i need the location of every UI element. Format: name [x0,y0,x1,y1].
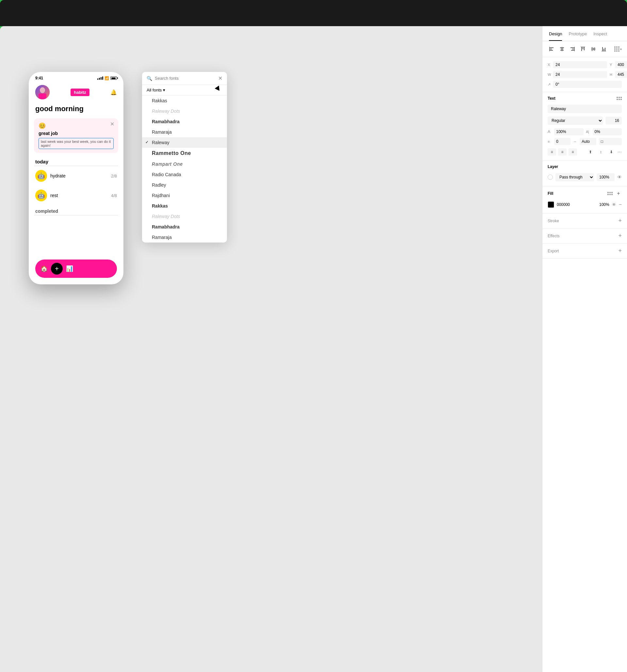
font-style-select[interactable]: Regular Bold Italic [548,116,603,125]
fill-color-swatch[interactable] [548,201,554,208]
nav-home-icon[interactable]: 🏠 [41,265,48,272]
h-label: H [610,73,613,76]
layer-visibility-icon[interactable]: 👁 [617,174,622,180]
svg-rect-5 [550,50,553,51]
x-input[interactable] [553,61,607,68]
habit-count-rest: 4/8 [111,193,117,198]
layer-section: Layer Pass through Normal Multiply Scree… [543,161,627,186]
font-item-ramaraja-1[interactable]: Ramaraja [142,127,227,137]
align-center-h-btn[interactable] [558,45,566,53]
text-align-row: ≡ ≡ ≡ ⬆ ↕ ⬇ ··· [543,146,627,158]
nav-chart-icon[interactable]: 📊 [66,265,73,272]
svg-rect-26 [602,51,606,51]
blend-mode-select[interactable]: Pass through Normal Multiply Screen Over… [555,173,594,182]
fill-remove-btn[interactable]: − [619,202,622,208]
text-scale-row: A 100% A| 0% [543,127,627,137]
text-valign-middle-btn[interactable]: ↕ [597,148,605,155]
tab-inspect[interactable]: Inspect [593,31,607,41]
export-add-btn[interactable]: + [618,247,622,254]
habit-name-rest: rest [50,193,111,198]
phone-top-nav: habitz 🔔 [29,82,123,102]
line-height-icon: ≡ [548,140,553,143]
phone-bottom-nav: 🏠 + 📊 [29,256,123,284]
svg-rect-13 [571,50,574,51]
font-picker-close-btn[interactable]: ✕ [218,75,222,81]
stroke-add-btn[interactable]: + [618,217,622,224]
truncate-field: ↔ Auto [573,138,596,145]
text-section-dots[interactable] [617,97,622,100]
font-item-rampart-one[interactable]: Rampart One [142,159,227,169]
font-item-raleway[interactable]: Raleway [142,137,227,148]
chevron-down-icon: ▾ [620,47,622,51]
avatar [35,85,50,99]
fill-dots-icon[interactable] [607,192,612,195]
effects-add-btn[interactable]: + [618,232,622,239]
font-item-rammetto-one[interactable]: Rammetto One [142,148,227,159]
font-size-input[interactable] [605,117,622,124]
h-input[interactable] [615,71,627,78]
svg-rect-6 [549,47,550,51]
font-item-rajdhani[interactable]: Rajdhani [142,190,227,201]
align-left-btn[interactable] [548,45,555,53]
svg-rect-16 [583,47,583,49]
font-item-ramaraja-2[interactable]: Ramaraja [142,232,227,242]
h-field: H [610,71,627,78]
fill-visibility-icon[interactable]: 👁 [612,202,616,207]
align-top-btn[interactable] [579,45,587,53]
truncate-icon: ↔ [573,140,578,143]
line-height-value: 0 [554,138,571,145]
font-search-input[interactable] [155,76,216,81]
habit-name-hydrate: hydrate [50,173,111,178]
notif-close-btn[interactable]: ✕ [110,121,114,127]
w-field: W [548,71,607,78]
right-panel: Design Prototype Inspect ▾ [542,26,627,672]
fill-section-header: Fill + [543,186,627,199]
all-fonts-filter-btn[interactable]: All fonts ▾ [147,88,165,93]
export-section: Export + [543,243,627,259]
nav-add-btn[interactable]: + [51,263,63,274]
effects-section-row: Effects + [543,229,627,243]
layer-section-title: Layer [548,164,558,169]
fill-add-btn[interactable]: + [615,190,622,197]
align-center-v-btn[interactable] [590,45,597,53]
scale-value: 100% [554,128,583,135]
svg-rect-18 [581,47,585,47]
text-align-center-btn[interactable]: ≡ [558,148,567,155]
svg-point-1 [40,87,45,93]
align-right-btn[interactable] [569,45,576,53]
text-more-options-btn[interactable]: ··· [618,149,622,155]
font-item-rakkas[interactable]: Rakkas [142,95,227,106]
signal-icon [97,76,103,80]
font-item-rakkas-2[interactable]: Rakkas [142,201,227,211]
align-bottom-btn[interactable] [600,45,608,53]
canvas: 9:41 📶 [0,26,542,672]
habit-icon-hydrate: 🤖 [35,170,47,182]
search-icon: 🔍 [147,76,152,81]
habit-item-rest: 🤖 rest 4/8 [29,186,123,205]
svg-rect-10 [562,47,562,51]
text-align-left-btn[interactable]: ≡ [548,148,556,155]
grid-dots-menu[interactable]: ▾ [614,46,622,52]
text-align-right-btn[interactable]: ≡ [569,148,577,155]
nav-pill: 🏠 + 📊 [35,260,117,278]
status-time: 9:41 [35,76,43,80]
rotation-input[interactable] [553,81,622,88]
phone-mockup: 9:41 📶 [29,72,123,284]
font-item-radley[interactable]: Radley [142,180,227,190]
text-scale-field: A 100% [548,128,583,135]
tab-design[interactable]: Design [549,31,562,41]
tab-prototype[interactable]: Prototype [569,31,587,41]
opacity-input[interactable] [597,173,615,181]
text-valign-top-btn[interactable]: ⬆ [586,148,595,155]
w-input[interactable] [553,71,607,78]
y-input[interactable] [615,61,627,68]
status-icons: 📶 [97,76,117,80]
svg-rect-15 [581,47,582,51]
font-item-ramabhadra-2[interactable]: Ramabhadra [142,222,227,232]
font-item-radio-canada[interactable]: Radio Canada [142,169,227,180]
text-valign-bottom-btn[interactable]: ⬇ [607,148,616,155]
font-item-ramabhadra-1[interactable]: Ramabhadra [142,116,227,127]
font-name-input[interactable] [548,104,622,113]
export-section-label: Export [548,249,559,253]
font-item-raleway-dots-2: Raleway Dots [142,211,227,222]
